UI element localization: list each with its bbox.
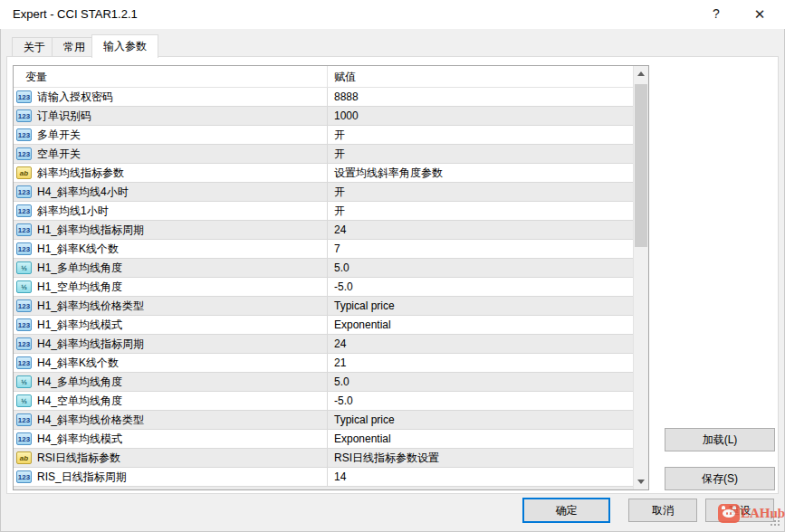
- tab-inputs[interactable]: 输入参数: [91, 34, 158, 58]
- tab-about[interactable]: 关于: [12, 37, 57, 57]
- table-row[interactable]: 123多单开关开: [14, 126, 633, 145]
- param-name-cell: 123H4_斜率均线模式: [14, 430, 327, 448]
- param-name-cell: 123RIS_日线指标周期: [14, 468, 327, 486]
- param-name: H1_斜率均线模式: [37, 318, 122, 333]
- param-value-cell[interactable]: 21: [327, 354, 633, 372]
- param-value-cell[interactable]: 5.0: [327, 259, 633, 277]
- param-name-cell: 123H1_斜率均线价格类型: [14, 297, 327, 315]
- param-name-cell: ½H4_多单均线角度: [14, 373, 327, 391]
- param-name-cell: ½H1_空单均线角度: [14, 278, 327, 296]
- arrow-down-icon: [637, 480, 645, 484]
- param-value-cell[interactable]: Typical price: [327, 297, 633, 315]
- table-row[interactable]: abRSI日线指标参数RSI日线指标参数设置: [14, 449, 633, 468]
- table-row[interactable]: 123H1_斜率均线价格类型Typical price: [14, 297, 633, 316]
- param-name: H4_空单均线角度: [37, 394, 122, 409]
- integer-param-icon: 123: [16, 90, 32, 103]
- table-row[interactable]: 123斜率均线1小时开: [14, 202, 633, 221]
- vertical-scrollbar[interactable]: [633, 66, 648, 489]
- table-row[interactable]: ab斜率均线指标参数设置均线斜率角度参数: [14, 164, 633, 183]
- param-name-cell: 123H1_斜率均线模式: [14, 316, 327, 334]
- load-button[interactable]: 加载(L): [665, 428, 775, 451]
- param-name-cell: ab斜率均线指标参数: [14, 164, 327, 182]
- string-param-icon: ab: [16, 166, 32, 179]
- param-value-cell[interactable]: 5.0: [327, 373, 633, 391]
- help-icon[interactable]: ?: [698, 0, 734, 28]
- table-row[interactable]: 123H1_斜率K线个数7: [14, 240, 633, 259]
- param-name: H4_斜率均线模式: [37, 432, 122, 447]
- table-row[interactable]: ½H1_多单均线角度5.0: [14, 259, 633, 278]
- partial-row: [14, 487, 633, 489]
- param-value-cell[interactable]: -5.0: [327, 392, 633, 410]
- save-button[interactable]: 保存(S): [665, 467, 775, 490]
- scrollbar-thumb[interactable]: [635, 84, 647, 247]
- table-row[interactable]: ½H1_空单均线角度-5.0: [14, 278, 633, 297]
- window-title: Expert - CCI STAR1.2.1: [13, 0, 138, 29]
- param-value-cell[interactable]: 14: [327, 468, 633, 486]
- table-row[interactable]: 123请输入授权密码8888: [14, 88, 633, 107]
- param-name: H1_空单均线角度: [37, 280, 122, 295]
- table-row[interactable]: ½H4_空单均线角度-5.0: [14, 392, 633, 411]
- table-row[interactable]: 123空单开关开: [14, 145, 633, 164]
- table-row[interactable]: 123H4_斜率均线价格类型Typical price: [14, 411, 633, 430]
- param-name: H4_斜率均线4小时: [37, 185, 129, 200]
- param-value-cell[interactable]: 设置均线斜率角度参数: [327, 164, 633, 182]
- param-name-cell: ½H4_空单均线角度: [14, 392, 327, 410]
- param-value-cell[interactable]: 7: [327, 240, 633, 258]
- parameters-table: 变量 赋值 123请输入授权密码8888123订单识别码1000123多单开关开…: [13, 65, 649, 490]
- table-row[interactable]: ½H4_多单均线角度5.0: [14, 373, 633, 392]
- param-name-cell: 123斜率均线1小时: [14, 202, 327, 220]
- param-value-cell[interactable]: 24: [327, 335, 633, 353]
- table-row[interactable]: 123H4_斜率均线指标周期24: [14, 335, 633, 354]
- close-icon[interactable]: ✕: [742, 0, 778, 28]
- integer-param-icon: 123: [16, 337, 32, 350]
- scroll-up-button[interactable]: [634, 66, 648, 81]
- param-name: H4_斜率均线价格类型: [37, 413, 144, 428]
- double-param-icon: ½: [16, 394, 32, 407]
- param-value-cell[interactable]: 开: [327, 145, 633, 163]
- param-value-cell[interactable]: 开: [327, 126, 633, 144]
- param-name: H1_多单均线角度: [37, 261, 122, 276]
- double-param-icon: ½: [16, 261, 32, 274]
- param-value-cell[interactable]: Typical price: [327, 411, 633, 429]
- param-value-cell[interactable]: RSI日线指标参数设置: [327, 449, 633, 467]
- resize-grip-icon[interactable]: [771, 517, 781, 527]
- reset-button[interactable]: 重设: [705, 499, 774, 522]
- table-row[interactable]: 123H1_斜率均线模式Exponential: [14, 316, 633, 335]
- param-value-cell[interactable]: 开: [327, 202, 633, 220]
- table-row[interactable]: 123H4_斜率K线个数21: [14, 354, 633, 373]
- param-name: H1_斜率均线价格类型: [37, 299, 144, 314]
- integer-param-icon: 123: [16, 147, 32, 160]
- param-name: H4_斜率均线指标周期: [37, 337, 144, 352]
- column-header-variable[interactable]: 变量: [14, 66, 327, 87]
- integer-param-icon: 123: [16, 356, 32, 369]
- param-name-cell: 123H4_斜率均线指标周期: [14, 335, 327, 353]
- integer-param-icon: 123: [16, 204, 32, 217]
- param-name: H1_斜率均线指标周期: [37, 223, 144, 238]
- parameters-table-main: 变量 赋值 123请输入授权密码8888123订单识别码1000123多单开关开…: [14, 66, 633, 489]
- param-name-cell: 123H4_斜率均线4小时: [14, 183, 327, 201]
- param-value-cell[interactable]: -5.0: [327, 278, 633, 296]
- table-row[interactable]: 123H1_斜率均线指标周期24: [14, 221, 633, 240]
- param-value-cell[interactable]: Exponential: [327, 316, 633, 334]
- param-value-cell[interactable]: 1000: [327, 107, 633, 125]
- expert-properties-dialog: { "window": { "title": "Expert - CCI STA…: [0, 0, 785, 532]
- ok-button[interactable]: 确定: [522, 498, 610, 523]
- double-param-icon: ½: [16, 375, 32, 388]
- table-row[interactable]: 123订单识别码1000: [14, 107, 633, 126]
- tab-common[interactable]: 常用: [52, 37, 97, 57]
- table-row[interactable]: 123RIS_日线指标周期14: [14, 468, 633, 487]
- integer-param-icon: 123: [16, 109, 32, 122]
- table-row[interactable]: 123H4_斜率均线4小时开: [14, 183, 633, 202]
- param-value-cell[interactable]: 24: [327, 221, 633, 239]
- arrow-up-icon: [637, 71, 645, 76]
- table-header: 变量 赋值: [14, 66, 633, 88]
- integer-param-icon: 123: [16, 299, 32, 312]
- table-row[interactable]: 123H4_斜率均线模式Exponential: [14, 430, 633, 449]
- column-header-value[interactable]: 赋值: [327, 66, 633, 87]
- param-value-cell[interactable]: 8888: [327, 88, 633, 106]
- param-value-cell[interactable]: Exponential: [327, 430, 633, 448]
- cancel-button[interactable]: 取消: [628, 499, 697, 522]
- scroll-down-button[interactable]: [634, 474, 648, 489]
- param-name: 斜率均线1小时: [37, 204, 109, 219]
- param-value-cell[interactable]: 开: [327, 183, 633, 201]
